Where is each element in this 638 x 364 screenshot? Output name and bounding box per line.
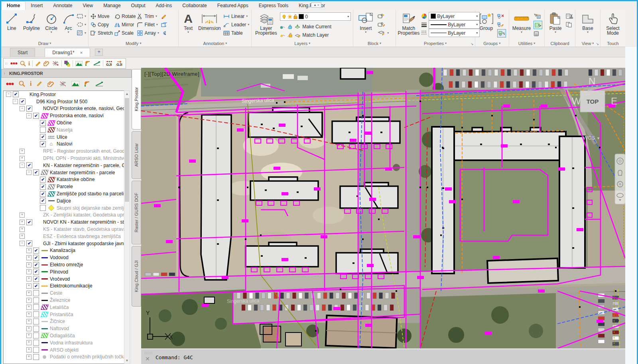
- ribbon-tab[interactable]: Featured Apps: [212, 2, 254, 10]
- tree-checkbox[interactable]: ✔: [33, 262, 39, 268]
- tree-row[interactable]: −✔GJI - Zbirni kataster gospodarske javn…: [4, 240, 130, 247]
- tree-expander-icon[interactable]: −: [20, 106, 25, 111]
- tree-checkbox[interactable]: ✔: [33, 248, 39, 254]
- layer-dots-icon[interactable]: [6, 82, 14, 86]
- tree-scrollbar[interactable]: ▲ ▼: [124, 91, 130, 364]
- tree-row[interactable]: −✔Prostorska enote, naslovi: [4, 112, 130, 119]
- scroll-down-icon[interactable]: ▼: [124, 358, 130, 364]
- layer-sun-icon[interactable]: [280, 33, 286, 37]
- make-current-icon[interactable]: [294, 24, 301, 29]
- tree-checkbox[interactable]: [33, 333, 39, 338]
- scale-button[interactable]: Scale: [114, 29, 136, 37]
- paste-button[interactable]: Paste▾: [547, 11, 564, 33]
- properties-dialog-launcher[interactable]: ↘: [471, 42, 474, 46]
- tree-row[interactable]: +Vodna infrastruktura: [4, 339, 130, 346]
- tree-checkbox[interactable]: ✔: [26, 240, 32, 246]
- tab-close-icon[interactable]: ×: [80, 50, 83, 55]
- panel-clipboard-label[interactable]: Clipboard: [545, 40, 575, 47]
- command-line-bar[interactable]: :::::: ✕ Command: G4C: [141, 348, 625, 364]
- ellipse-button[interactable]: ▾: [77, 21, 86, 28]
- attach-icon[interactable]: [47, 81, 55, 87]
- ribbon-tab[interactable]: Manage: [98, 2, 126, 10]
- tree-expander-icon[interactable]: +: [20, 212, 25, 218]
- tree-checkbox[interactable]: ✔: [40, 191, 46, 197]
- tree-row[interactable]: +DPN, OPN - Prostorski akti, Ministrstvo…: [4, 155, 130, 162]
- layer-dropdown[interactable]: 0 ▾: [280, 12, 351, 21]
- tree-row[interactable]: −✔D96 King Prostor M 500: [4, 98, 130, 105]
- palette-title-bar[interactable]: ⁞ KING.PROSTOR: [1, 69, 132, 78]
- select-similar-icon[interactable]: [534, 21, 542, 29]
- tree-row[interactable]: +ZK - Zemljiški kataster, Geodetska upra…: [4, 212, 130, 219]
- layer-unlock2-icon[interactable]: [287, 33, 293, 37]
- tree-checkbox[interactable]: [33, 319, 39, 325]
- offset-icon[interactable]: [161, 29, 167, 37]
- tree-row[interactable]: ✔Katastrske občine: [4, 176, 130, 183]
- tree-expander-icon[interactable]: −: [26, 170, 32, 175]
- tree-expander-icon[interactable]: +: [26, 298, 32, 303]
- layer-lock-icon[interactable]: [287, 24, 293, 29]
- tree-expander-icon[interactable]: +: [26, 333, 32, 338]
- ribbon-tab[interactable]: Collaborate: [177, 2, 212, 10]
- tree-row[interactable]: +Pristanišča: [4, 311, 130, 318]
- tree-expander-icon[interactable]: +: [26, 276, 32, 281]
- tree-expander-icon[interactable]: +: [26, 347, 32, 352]
- color-dropdown[interactable]: ByLayer▾: [429, 12, 480, 20]
- group-selection-toggle[interactable]: [497, 29, 506, 37]
- create-block-icon[interactable]: [378, 12, 389, 20]
- plane-icon[interactable]: [52, 61, 59, 66]
- tree-checkbox[interactable]: ✔: [33, 276, 39, 282]
- group-edit-icon[interactable]: [497, 21, 506, 28]
- tree-expander-icon[interactable]: +: [26, 248, 32, 253]
- navigation-bar[interactable]: [615, 154, 625, 204]
- tree-expander-icon[interactable]: +: [26, 326, 32, 331]
- tree-row[interactable]: +✔Elektro omrežje: [4, 261, 130, 268]
- linear-button[interactable]: Linear▾: [223, 12, 249, 20]
- select-mode-button[interactable]: Select Mode: [603, 11, 623, 35]
- panel-block-label[interactable]: Block▾: [353, 40, 395, 47]
- ribbon-tab[interactable]: Insert: [26, 2, 48, 10]
- hatch-button[interactable]: ▾: [77, 29, 86, 37]
- array-button[interactable]: Array▾: [137, 29, 159, 37]
- viewcube-w-label[interactable]: W: [572, 96, 581, 106]
- viewcube-e-label[interactable]: E: [611, 96, 617, 106]
- tree-expander-icon[interactable]: +: [20, 220, 25, 225]
- viewcube-wcs-menu[interactable]: WCS: [583, 135, 595, 141]
- match-layer-icon[interactable]: [294, 32, 301, 37]
- tree-row[interactable]: +Ceste: [4, 289, 130, 297]
- palette-side-tab[interactable]: Raster / GURS DOF: [132, 181, 141, 244]
- erase-icon[interactable]: [161, 12, 167, 20]
- text-button[interactable]: A Text▾: [181, 11, 195, 33]
- tree-expander-icon[interactable]: +: [26, 319, 32, 324]
- move-button[interactable]: Move: [91, 12, 113, 20]
- tab-start[interactable]: Start: [10, 48, 35, 57]
- ribbon-tab[interactable]: Annotate: [48, 2, 77, 10]
- tree-checkbox[interactable]: ✔: [40, 141, 46, 147]
- panel-draw-label[interactable]: Draw▾: [1, 40, 88, 47]
- tree-row[interactable]: +✔Vročevod: [4, 275, 130, 283]
- tree-expander-icon[interactable]: +: [26, 291, 32, 296]
- palette-side-tab[interactable]: King.Prostor: [132, 69, 141, 130]
- tree-row[interactable]: +Naftovod: [4, 325, 130, 332]
- tree-checkbox[interactable]: [33, 297, 39, 303]
- tree-checkbox[interactable]: ✔: [33, 255, 39, 261]
- new-tab-button[interactable]: +: [95, 49, 103, 56]
- fillet-button[interactable]: Fillet▾: [137, 21, 159, 28]
- gji-import-icon[interactable]: GJI: [106, 61, 114, 67]
- ribbon-tab[interactable]: Output: [126, 2, 151, 10]
- tree-checkbox[interactable]: ✔: [26, 219, 32, 225]
- color-wheel-icon[interactable]: [421, 13, 427, 19]
- tree-row[interactable]: ✔CESTUlice: [4, 134, 130, 141]
- leader-button[interactable]: Leader▾: [223, 21, 249, 28]
- tree-row[interactable]: ✔Zemljišče pod stavbo na parceli: [4, 190, 130, 197]
- tree-row[interactable]: +Odlagališča: [4, 332, 130, 339]
- tree-expander-icon[interactable]: +: [26, 305, 32, 310]
- tree-checkbox[interactable]: ✔: [26, 162, 32, 168]
- rectangle-button[interactable]: ▾: [77, 12, 86, 20]
- trim-button[interactable]: Trim▾: [137, 12, 159, 20]
- tree-expander-icon[interactable]: +: [20, 227, 25, 232]
- plane-icon[interactable]: [59, 81, 67, 87]
- panel-view-label[interactable]: View▾↘: [575, 40, 600, 47]
- tree-checkbox[interactable]: ✔: [13, 91, 19, 97]
- zoom-icon[interactable]: [20, 61, 26, 67]
- tree-checkbox[interactable]: ✔: [26, 106, 32, 112]
